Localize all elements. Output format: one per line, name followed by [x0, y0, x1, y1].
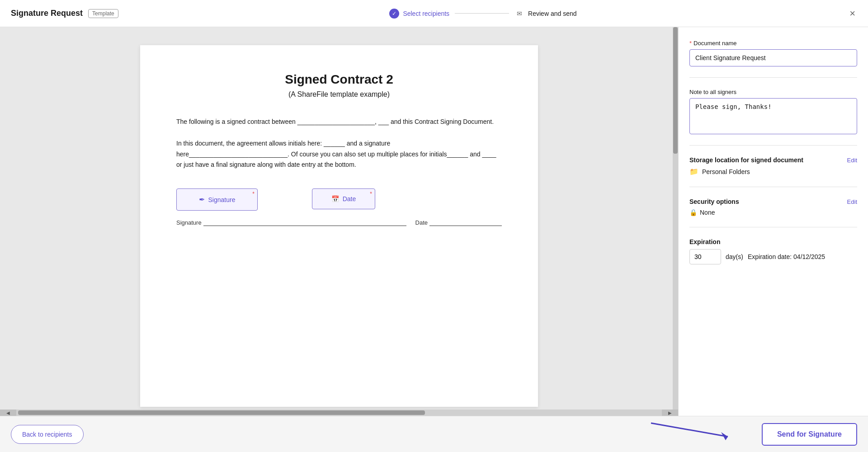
step-select-recipients: ✓ Select recipients	[389, 9, 449, 19]
doc-subtitle: (A ShareFile template example)	[176, 90, 502, 99]
expiration-row: day(s) Expiration date: 04/12/2025	[689, 249, 857, 264]
close-button[interactable]: ×	[848, 6, 857, 21]
expiration-days-input[interactable]	[689, 249, 721, 264]
scroll-track-horizontal[interactable]: ◀ ▶	[0, 410, 678, 416]
document-name-input[interactable]	[689, 49, 857, 66]
step-divider	[455, 13, 509, 14]
step-check-icon: ✓	[389, 9, 399, 19]
note-group: Note to all signers Please sign, Thanks!	[689, 89, 857, 134]
template-badge: Template	[88, 9, 118, 18]
svg-marker-1	[721, 432, 728, 440]
step-label-recipients: Select recipients	[403, 10, 449, 17]
scroll-thumb-horizontal[interactable]	[18, 410, 425, 415]
security-edit-link[interactable]: Edit	[847, 198, 857, 205]
scroll-arrow-left[interactable]: ◀	[0, 410, 16, 416]
note-label: Note to all signers	[689, 89, 857, 95]
note-textarea[interactable]: Please sign, Thanks!	[689, 98, 857, 134]
sig-label: Signature	[176, 219, 202, 226]
storage-header: Storage location for signed document Edi…	[689, 156, 857, 164]
envelope-icon: ✉	[514, 9, 524, 19]
right-panel: *Document name Note to all signers Pleas…	[678, 27, 868, 416]
date-field-group: 📅 Date *	[312, 188, 375, 209]
scroll-thumb-vertical[interactable]	[673, 27, 678, 154]
storage-value: 📁 Personal Folders	[689, 167, 857, 176]
steps-nav: ✓ Select recipients ✉ Review and send	[389, 9, 576, 19]
date-required-star: *	[370, 191, 372, 197]
fields-row: ✒ Signature * 📅 Date *	[176, 188, 502, 211]
security-none-label: None	[700, 209, 715, 216]
storage-edit-link[interactable]: Edit	[847, 157, 857, 164]
sig-underline	[203, 218, 406, 226]
security-value: 🔒 None	[689, 209, 857, 216]
send-for-signature-button[interactable]: Send for Signature	[762, 423, 857, 446]
doc-paragraph-1: The following is a signed contract betwe…	[176, 117, 502, 127]
document-name-label: *Document name	[689, 40, 857, 47]
step-label-review: Review and send	[528, 10, 576, 17]
calendar-icon: 📅	[331, 195, 339, 202]
signature-required-star: *	[252, 191, 255, 197]
step-review-send: ✉ Review and send	[514, 9, 576, 19]
divider-4	[689, 227, 857, 227]
date-label: Date	[415, 219, 428, 226]
signature-field-group: ✒ Signature *	[176, 188, 258, 211]
folder-icon: 📁	[689, 167, 698, 176]
signature-field-label: Signature	[208, 196, 236, 203]
document-area: Signed Contract 2 (A ShareFile template …	[0, 27, 678, 416]
doc-fields: ✒ Signature * 📅 Date *	[176, 188, 502, 226]
back-to-recipients-button[interactable]: Back to recipients	[11, 425, 84, 444]
expiration-date-label: Expiration date: 04/12/2025	[748, 253, 825, 260]
body-area: Signed Contract 2 (A ShareFile template …	[0, 27, 868, 416]
scroll-arrow-right[interactable]: ▶	[662, 410, 678, 416]
scroll-track-vertical[interactable]	[673, 27, 678, 416]
header-left: Signature Request Template	[11, 9, 118, 18]
divider-1	[689, 77, 857, 78]
divider-2	[689, 145, 857, 146]
date-underline	[429, 218, 502, 226]
security-section: Security options Edit 🔒 None	[689, 198, 857, 216]
security-label: Security options	[689, 198, 739, 205]
divider-3	[689, 187, 857, 187]
signature-pen-icon: ✒	[199, 195, 205, 204]
footer: Back to recipients Send for Signature	[0, 416, 868, 452]
doc-paragraph-2: In this document, the agreement allows i…	[176, 138, 502, 170]
document-scroll: Signed Contract 2 (A ShareFile template …	[0, 27, 678, 410]
header: Signature Request Template ✓ Select reci…	[0, 0, 868, 27]
signature-field[interactable]: ✒ Signature *	[176, 188, 258, 211]
security-header: Security options Edit	[689, 198, 857, 205]
date-field[interactable]: 📅 Date *	[312, 188, 375, 209]
date-field-label: Date	[343, 195, 356, 202]
doc-title: Signed Contract 2	[176, 72, 502, 87]
document-name-group: *Document name	[689, 40, 857, 66]
arrow-annotation	[642, 414, 741, 443]
expiration-label: Expiration	[689, 238, 857, 245]
storage-section: Storage location for signed document Edi…	[689, 156, 857, 176]
storage-folder-name: Personal Folders	[702, 168, 750, 175]
app-title: Signature Request	[11, 9, 83, 18]
expiration-section: Expiration day(s) Expiration date: 04/12…	[689, 238, 857, 264]
doc-name-required-star: *	[689, 40, 692, 47]
svg-line-0	[651, 423, 728, 437]
document-page: Signed Contract 2 (A ShareFile template …	[140, 45, 538, 407]
lock-icon: 🔒	[689, 209, 697, 216]
storage-label: Storage location for signed document	[689, 156, 803, 164]
expiration-days-unit: day(s)	[726, 253, 743, 260]
label-underline-row: Signature Date	[176, 218, 502, 226]
